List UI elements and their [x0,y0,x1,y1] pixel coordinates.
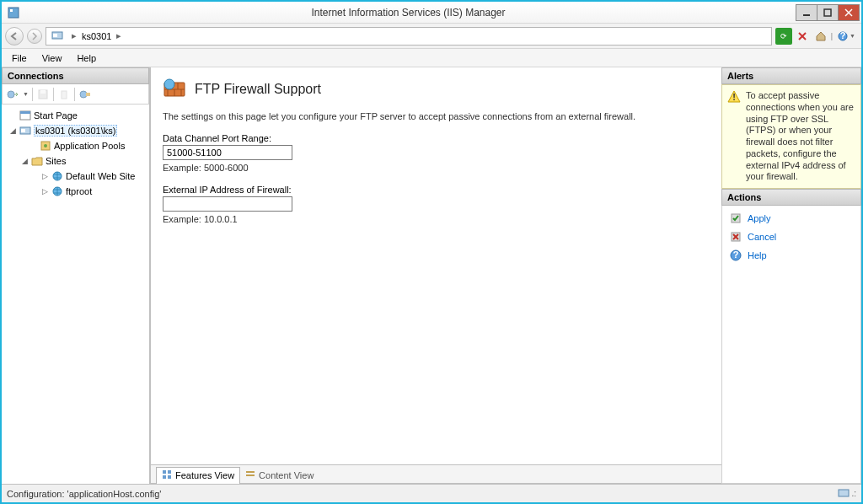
tab-content-view[interactable]: Content View [239,467,319,484]
status-bar: Configuration: 'applicationHost.config' … [2,484,861,502]
tab-features-view[interactable]: Features View [156,467,240,484]
breadcrumb-bar[interactable]: ▸ ks0301 ▸ [46,27,772,46]
up-icon[interactable] [78,88,92,101]
server-icon [19,124,32,137]
menu-help[interactable]: Help [70,51,103,66]
svg-rect-38 [246,471,255,473]
svg-rect-7 [53,34,57,37]
svg-rect-3 [824,9,831,16]
breadcrumb-host[interactable]: ks0301 [80,31,113,41]
close-button[interactable] [838,4,860,21]
action-label: Apply [748,213,771,223]
svg-rect-47 [839,490,849,496]
tree-default-site[interactable]: ▷ Default Web Site [3,169,147,184]
view-tabs: Features View Content View [151,464,721,483]
port-range-example: Example: 5000-6000 [163,163,710,173]
status-config: Configuration: 'applicationHost.config' [7,489,161,499]
refresh-icon[interactable]: ⟳ [775,28,792,45]
svg-text:?: ? [733,249,739,260]
settings-dropdown-icon[interactable]: ? ▼ [834,28,858,45]
expander-icon[interactable]: ▷ [40,187,49,196]
svg-point-16 [80,91,87,98]
connect-icon[interactable] [6,88,19,101]
svg-rect-37 [168,475,171,479]
tree-server-node[interactable]: ◢ ks0301 (ks0301\ks) [3,123,147,138]
home-icon[interactable] [812,28,829,45]
content-view-icon [245,469,255,481]
window-title: Internet Information Services (IIS) Mana… [20,7,796,19]
tree-sites[interactable]: ◢ Sites [3,153,147,169]
globe-icon [51,185,64,198]
svg-rect-19 [20,111,30,114]
ftp-firewall-icon [163,78,186,101]
actions-list: Apply Cancel ? Help [721,206,861,484]
action-cancel[interactable]: Cancel [727,228,855,246]
svg-rect-39 [246,475,255,476]
cancel-icon [729,230,742,244]
connections-panel: Connections ▼ Start Page ◢ ks0301 (ks030… [2,67,150,484]
svg-point-23 [44,144,47,147]
tree-label: Start Page [34,110,78,121]
svg-rect-36 [163,475,166,479]
menu-file[interactable]: File [5,51,34,66]
sites-folder-icon [30,154,44,168]
actions-header: Actions [721,189,861,206]
alerts-header: Alerts [721,67,861,84]
feature-description: The settings on this page let you config… [163,111,710,121]
svg-text:?: ? [840,30,846,40]
nav-tools: ⟳ | ? ▼ [775,28,858,45]
svg-rect-0 [8,8,19,18]
port-range-label: Data Channel Port Range: [163,133,710,143]
stop-icon[interactable] [794,28,811,45]
expander-icon[interactable]: ◢ [8,126,17,135]
alert-item: ! To accept passive connections when you… [721,84,861,189]
globe-icon [51,169,64,183]
action-help[interactable]: ? Help [727,246,855,265]
forward-button[interactable] [27,29,42,44]
svg-rect-34 [163,470,166,474]
main-area: Connections ▼ Start Page ◢ ks0301 (ks030… [2,67,861,484]
tab-label: Features View [175,470,234,480]
tab-label: Content View [259,470,314,480]
status-icon [838,487,851,501]
window-titlebar: Internet Information Services (IIS) Mana… [2,2,861,24]
maximize-button[interactable] [817,4,839,21]
tree-app-pools[interactable]: Application Pools [3,138,147,153]
action-apply[interactable]: Apply [727,209,855,228]
warning-icon: ! [727,90,741,183]
expander-icon[interactable]: ▷ [40,172,49,180]
feature-panel: FTP Firewall Support The settings on thi… [150,67,721,484]
external-ip-input[interactable] [163,196,292,212]
breadcrumb-separator: ▸ [116,30,121,41]
feature-heading: FTP Firewall Support [163,78,710,101]
start-page-icon [19,109,32,122]
action-label: Cancel [748,232,776,242]
svg-text:!: ! [732,92,736,102]
feature-title: FTP Firewall Support [195,82,321,97]
tree-label: Default Web Site [66,171,135,181]
back-button[interactable] [5,27,24,46]
minimize-button[interactable] [796,4,817,21]
external-ip-example: Example: 10.0.0.1 [163,214,710,224]
apply-icon [729,212,742,225]
server-icon [51,29,65,43]
tree-start-page[interactable]: Start Page [3,108,147,123]
svg-rect-17 [86,93,90,96]
help-icon: ? [729,249,742,262]
app-icon [7,6,20,19]
svg-rect-35 [168,470,171,474]
port-range-input[interactable] [163,145,292,160]
menu-bar: File View Help [2,49,861,67]
menu-view[interactable]: View [35,51,69,66]
right-panels: Alerts ! To accept passive connections w… [721,67,861,484]
expander-icon[interactable]: ◢ [20,157,29,165]
connections-header: Connections [2,67,149,84]
tree-label: Application Pools [54,141,125,151]
save-icon[interactable] [36,88,50,101]
delete-icon[interactable] [57,88,71,101]
svg-rect-21 [21,129,25,132]
breadcrumb-separator: ▸ [72,30,77,41]
tree-ftproot[interactable]: ▷ ftproot [3,184,147,199]
svg-rect-14 [40,90,46,94]
window-controls [796,4,860,21]
